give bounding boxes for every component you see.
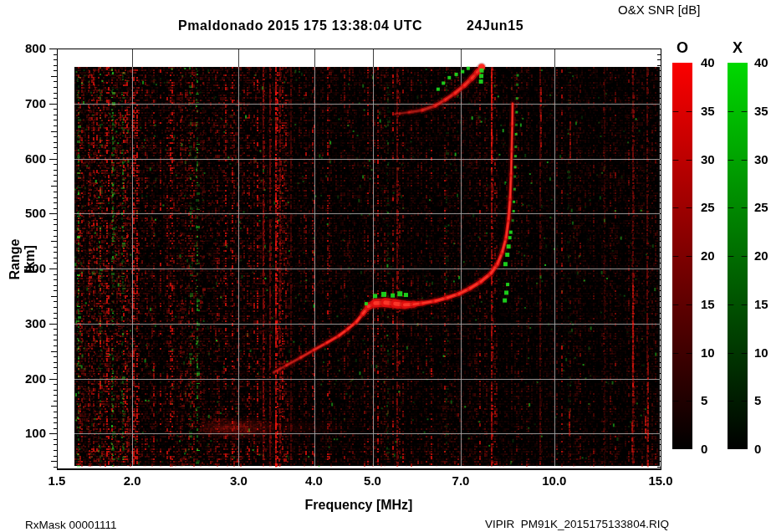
y-tick-label: 200 [0, 372, 46, 386]
o-colorbar-tick-label: 40 [701, 56, 715, 69]
y-tick-label: 300 [0, 317, 46, 330]
o-colorbar-tick-label: 0 [701, 442, 707, 456]
o-colorbar-tick-label: 20 [701, 249, 715, 263]
x-tick-label: 5.0 [352, 474, 394, 488]
y-tick-label: 500 [0, 207, 46, 220]
x-colorbar-header: X [728, 39, 748, 57]
o-colorbar-tick-label: 25 [701, 201, 715, 214]
o-colorbar-tick-label: 15 [701, 298, 715, 311]
o-mode-colorbar [672, 63, 692, 449]
x-colorbar-tick-label: 40 [754, 56, 768, 69]
x-tick-label: 10.0 [534, 474, 575, 488]
colorbar-title: O&X SNR [dB] [618, 3, 700, 17]
x-colorbar-tick-label: 25 [754, 201, 768, 214]
ionogram-plot [0, 0, 771, 532]
o-colorbar-tick-label: 30 [701, 153, 715, 166]
x-colorbar-tick-label: 35 [754, 105, 768, 118]
x-tick-label: 7.0 [440, 474, 482, 488]
x-tick-label: 3.0 [217, 474, 259, 488]
y-tick-label: 700 [0, 97, 46, 110]
x-mode-colorbar [728, 63, 748, 449]
x-tick-label: 2.0 [111, 474, 153, 488]
y-tick-label: 400 [0, 262, 46, 275]
data-file-footer: VIPIR PM91K_2015175133804.RIQ [485, 518, 669, 530]
y-tick-label: 800 [0, 42, 46, 55]
o-colorbar-tick-label: 10 [701, 346, 715, 360]
x-tick-label: 15.0 [640, 474, 682, 488]
page-title: Pmaldonado 2015 175 13:38:04 UTC [178, 18, 422, 33]
rx-mask-footer: RxMask 00001111 [25, 519, 117, 531]
o-colorbar-header: O [672, 39, 692, 57]
x-colorbar-tick-label: 15 [754, 298, 768, 311]
y-tick-label: 600 [0, 152, 46, 166]
o-colorbar-tick-label: 35 [701, 105, 715, 118]
x-colorbar-tick-label: 20 [754, 249, 768, 263]
plot-date: 24Jun15 [467, 18, 523, 33]
x-axis-label: Frequency [MHz] [275, 498, 442, 513]
x-colorbar-tick-label: 0 [754, 442, 761, 456]
x-tick-label: 1.5 [36, 474, 78, 488]
y-axis-label: Range [km] [8, 225, 21, 294]
x-colorbar-tick-label: 10 [754, 346, 768, 360]
x-colorbar-tick-label: 30 [754, 153, 768, 166]
x-tick-label: 4.0 [294, 474, 335, 488]
x-colorbar-tick-label: 5 [754, 394, 761, 407]
ionogram-figure: Pmaldonado 2015 175 13:38:04 UTC 24Jun15… [0, 0, 771, 532]
o-colorbar-tick-label: 5 [701, 394, 707, 407]
y-tick-label: 100 [0, 427, 46, 440]
